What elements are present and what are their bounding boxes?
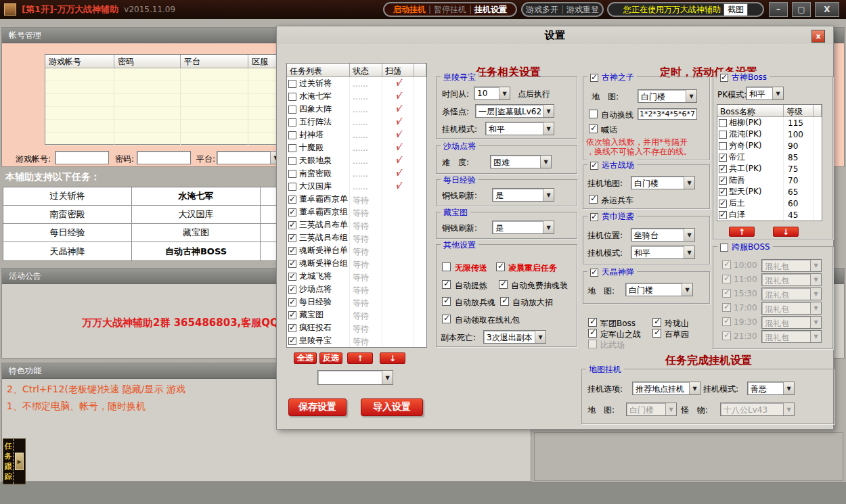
task-checkbox[interactable] [288,131,296,139]
boss-row[interactable]: 后土60 [717,198,822,209]
baicao-garden-checkbox[interactable] [652,329,661,338]
platform-dropdown[interactable]: ▼ [217,151,282,164]
chevron-down-icon[interactable]: ▼ [684,229,694,241]
cross-reward-dropdown[interactable]: 混礼包▼ [761,259,822,272]
auto-ultimate-checkbox[interactable] [500,297,509,306]
task-row[interactable]: 董卓霸西京组等待 [287,206,426,219]
multi-open-button[interactable]: 游戏多开 [526,4,558,16]
shout-checkbox[interactable] [589,124,598,133]
hang-map-dropdown[interactable]: 白门楼 ▼ [631,176,695,189]
save-settings-button[interactable]: 保存设置 [288,398,347,416]
task-checkbox[interactable] [288,221,296,229]
boss-row[interactable]: 帝江85 [717,152,822,163]
group-enable-checkbox[interactable] [590,213,598,221]
boss-checkbox[interactable] [719,211,727,219]
task-row[interactable]: 过关斩将......√ [287,77,426,90]
task-row[interactable]: 疯狂投石等待 [287,321,426,334]
cross-reward-dropdown[interactable]: 混礼包▼ [761,288,822,300]
task-row[interactable]: 四象大阵......√ [287,103,426,116]
task-row[interactable]: 皇陵寻宝等待 [287,334,426,347]
auto-refine-checkbox[interactable] [442,280,451,289]
map-dropdown[interactable]: 白门楼 ▼ [625,283,693,296]
task-checkbox[interactable] [288,157,296,165]
difficulty-dropdown[interactable]: 困难 ▼ [490,155,552,168]
dialog-close-button[interactable]: x [811,30,825,43]
boss-row[interactable]: 穷奇(PK)90 [717,140,822,152]
chevron-down-icon[interactable]: ▼ [382,371,393,384]
mob-dropdown[interactable]: 一层|盗墓贼Lv62 ▼ [475,104,554,118]
column-header[interactable]: 扫荡 [382,64,414,77]
boss-checkbox[interactable] [719,154,727,162]
move-down-button[interactable]: ↓ [380,352,405,364]
chevron-down-icon[interactable]: ▼ [783,382,794,394]
legion-boss-checkbox[interactable] [588,318,597,327]
task-checkbox[interactable] [288,324,296,332]
task-row[interactable]: 龙城飞将等待 [287,270,426,283]
task-row[interactable]: 南蛮密殿......√ [287,167,426,180]
task-row[interactable]: 五行阵法......√ [287,116,426,129]
password-input[interactable] [137,151,191,164]
move-up-button[interactable]: ↑ [347,352,373,364]
coin-refresh-dropdown[interactable]: 是 ▼ [492,188,554,202]
column-header[interactable]: Boss名称 [717,105,784,117]
task-list[interactable]: 任务列表 状态 扫荡 过关斩将......√水淹七军......√四象大阵...… [286,63,427,348]
task-checkbox[interactable] [288,106,296,114]
cross-time-checkbox[interactable] [722,317,731,326]
chevron-down-icon[interactable]: ▼ [682,283,692,296]
group-enable-checkbox[interactable] [720,244,728,252]
boss-checkbox[interactable] [719,200,727,208]
preset-dropdown[interactable]: ▼ [317,370,393,385]
map-dropdown[interactable]: 白门楼 ▼ [638,89,697,103]
boss-checkbox[interactable] [719,119,727,127]
task-checkbox[interactable] [288,337,296,345]
column-header[interactable]: 密码 [114,55,181,68]
hang-position-dropdown[interactable]: 坐骑台 ▼ [631,228,695,242]
auto-soldier-soul-checkbox[interactable] [442,297,451,306]
column-header[interactable]: 平台 [181,55,248,68]
task-row[interactable]: 沙场点将等待 [287,283,426,296]
chevron-down-icon[interactable]: ▼ [689,382,700,394]
boss-table[interactable]: Boss名称 等级 相柳(PK)115混沌(PK)100穷奇(PK)90帝江85… [717,104,822,221]
arena-checkbox[interactable] [588,340,597,348]
cross-reward-dropdown[interactable]: 混礼包▼ [761,302,822,315]
boss-checkbox[interactable] [719,165,727,173]
boss-checkbox[interactable] [719,177,727,185]
close-button[interactable]: X [815,2,839,17]
hang-mode-dropdown[interactable]: 和平 ▼ [631,246,695,259]
task-row[interactable]: 天眼地泉......√ [287,154,426,167]
pause-hang-button[interactable]: 暂停挂机 [434,4,466,16]
chevron-down-icon[interactable]: ▼ [783,403,794,415]
chevron-down-icon[interactable]: ▼ [686,90,696,102]
task-checkbox[interactable] [288,170,296,178]
hang-mode-dropdown[interactable]: 善恶 ▼ [747,382,795,395]
task-checkbox[interactable] [288,208,296,216]
task-tracking-tab[interactable]: 任务跟踪 ▶ [3,438,26,484]
cross-reward-dropdown[interactable]: 混礼包▼ [761,316,822,329]
task-row[interactable]: 水淹七军......√ [287,90,426,103]
boss-row[interactable]: 共工(PK)75 [717,163,822,175]
task-checkbox[interactable] [288,260,296,268]
chevron-down-icon[interactable]: ▼ [535,331,546,343]
minimize-button[interactable]: – [769,2,788,17]
task-row[interactable]: 大汉国库......√ [287,180,426,193]
start-hang-button[interactable]: 启动挂机 [393,4,426,16]
chevron-down-icon[interactable]: ▼ [543,105,554,117]
screenshot-button[interactable]: 截图 [723,3,748,16]
task-checkbox[interactable] [288,80,296,88]
dingjun-battle-checkbox[interactable] [588,329,597,338]
boss-checkbox[interactable] [719,142,727,150]
cross-time-checkbox[interactable] [722,275,731,283]
chevron-down-icon[interactable]: ▼ [684,246,694,258]
cross-reward-dropdown[interactable]: 混礼包▼ [761,273,822,286]
boss-row[interactable]: 型天(PK)65 [717,186,822,198]
boss-checkbox[interactable] [719,131,727,139]
task-checkbox[interactable] [288,247,296,255]
line-sequence-input[interactable] [638,108,697,120]
chevron-down-icon[interactable]: ▼ [543,189,554,201]
cross-time-checkbox[interactable] [722,303,731,312]
task-row[interactable]: 三英战吕布单等待 [287,219,426,231]
hang-settings-button[interactable]: 挂机设置 [474,4,507,16]
column-header[interactable]: 状态 [350,64,382,77]
task-row[interactable]: 封神塔......√ [287,129,426,141]
task-checkbox[interactable] [288,311,296,319]
